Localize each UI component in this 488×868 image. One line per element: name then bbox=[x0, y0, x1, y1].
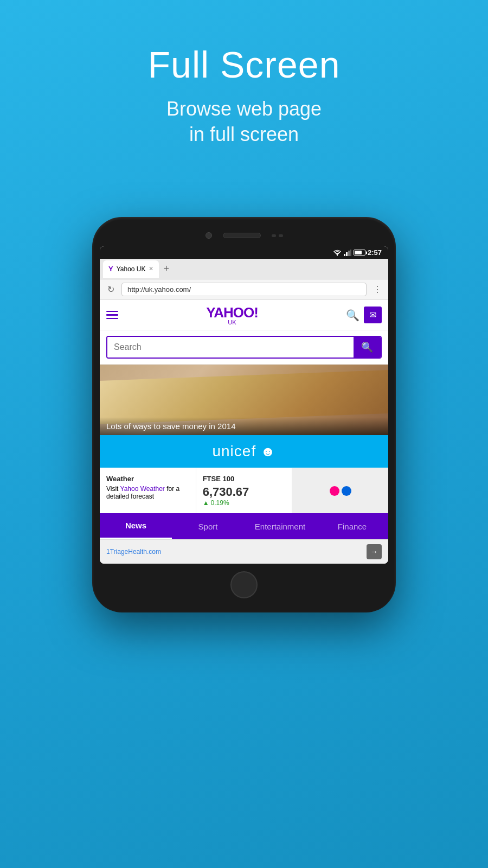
status-bar: 2:57 bbox=[100, 246, 388, 259]
widgets-row: Weather Visit Yahoo Weather for a detail… bbox=[100, 468, 388, 513]
yahoo-header: YAHOO! UK 🔍 ✉ bbox=[100, 300, 388, 330]
tab-entertainment[interactable]: Entertainment bbox=[244, 514, 316, 539]
tab-finance[interactable]: Finance bbox=[316, 514, 388, 539]
tab-close-button[interactable]: ✕ bbox=[149, 265, 153, 272]
menu-dots-button[interactable]: ⋮ bbox=[371, 284, 384, 295]
search-bar: 🔍 bbox=[100, 330, 388, 365]
tab-title: Yahoo UK bbox=[117, 265, 146, 273]
svg-point-0 bbox=[337, 255, 338, 256]
weather-widget-body: Visit Yahoo Weather for a detailed forec… bbox=[106, 485, 189, 500]
phone-top-bar bbox=[100, 227, 388, 246]
yahoo-logo-uk: UK bbox=[118, 319, 346, 326]
search-input-wrapper: 🔍 bbox=[106, 336, 382, 359]
header-search-icon[interactable]: 🔍 bbox=[346, 309, 359, 322]
hero-title: Full Screen bbox=[0, 43, 488, 86]
bottom-url-bar: 1TriageHealth.com → bbox=[100, 539, 388, 564]
ftse-value: 6,730.67 bbox=[203, 485, 286, 499]
forward-button[interactable]: → bbox=[367, 544, 382, 559]
yahoo-favicon: Y bbox=[108, 265, 113, 273]
flickr-pink-dot bbox=[330, 486, 339, 496]
svg-rect-3 bbox=[348, 251, 350, 256]
search-input[interactable] bbox=[107, 337, 354, 358]
phone-body: 2:57 Y Yahoo UK ✕ + ↻ http://uk.yahoo.co… bbox=[92, 217, 396, 612]
yahoo-logo: YAHOO! UK bbox=[118, 304, 346, 326]
url-input[interactable]: http://uk.yahoo.com/ bbox=[121, 283, 367, 296]
ftse-widget-title: FTSE 100 bbox=[203, 475, 286, 483]
ftse-arrow: ▲ bbox=[203, 499, 209, 507]
weather-widget-title: Weather bbox=[106, 475, 189, 483]
phone-screen: 2:57 Y Yahoo UK ✕ + ↻ http://uk.yahoo.co… bbox=[100, 246, 388, 564]
money-visual bbox=[100, 370, 388, 424]
new-tab-button[interactable]: + bbox=[163, 263, 169, 275]
ftse-widget: FTSE 100 6,730.67 ▲ 0.19% bbox=[196, 468, 293, 513]
svg-rect-4 bbox=[350, 250, 351, 256]
nav-tabs: News Sport Entertainment Finance bbox=[100, 513, 388, 539]
unicef-text: unicef bbox=[212, 443, 256, 460]
weather-yahoo-link[interactable]: Yahoo Weather bbox=[120, 485, 165, 493]
header-mail-icon[interactable]: ✉ bbox=[364, 307, 382, 323]
hero-image: Lots of ways to save money in 2014 bbox=[100, 365, 388, 435]
phone-camera bbox=[206, 232, 212, 239]
phone-device: 2:57 Y Yahoo UK ✕ + ↻ http://uk.yahoo.co… bbox=[92, 217, 396, 612]
status-icons: 2:57 bbox=[333, 248, 382, 257]
hero-subtitle: Browse web page in full screen bbox=[0, 97, 488, 148]
unicef-logo: unicef ☻ bbox=[107, 443, 381, 460]
weather-widget: Weather Visit Yahoo Weather for a detail… bbox=[100, 468, 196, 513]
weather-before-text: Visit bbox=[106, 485, 118, 493]
search-button[interactable]: 🔍 bbox=[354, 337, 381, 358]
svg-rect-2 bbox=[346, 252, 348, 256]
phone-home-button[interactable] bbox=[230, 571, 258, 598]
ftse-change: ▲ 0.19% bbox=[203, 499, 286, 507]
phone-sensor bbox=[272, 234, 283, 237]
unicef-symbol: ☻ bbox=[260, 443, 275, 460]
browser-tab-bar: Y Yahoo UK ✕ + bbox=[100, 259, 388, 279]
url-bar: ↻ http://uk.yahoo.com/ ⋮ bbox=[100, 279, 388, 300]
phone-bottom-bar bbox=[100, 564, 388, 603]
unicef-banner[interactable]: unicef ☻ bbox=[100, 435, 388, 468]
signal-icon bbox=[344, 250, 351, 256]
tab-sport[interactable]: Sport bbox=[172, 514, 244, 539]
flickr-blue-dot bbox=[342, 486, 351, 496]
flickr-widget[interactable] bbox=[292, 468, 388, 513]
hamburger-menu-button[interactable] bbox=[106, 311, 118, 320]
battery-icon bbox=[354, 250, 365, 256]
hero-image-overlay: Lots of ways to save money in 2014 bbox=[100, 417, 388, 435]
hero-section: Full Screen Browse web page in full scre… bbox=[0, 0, 488, 148]
flickr-logo bbox=[330, 486, 351, 496]
tab-news[interactable]: News bbox=[100, 513, 172, 539]
hero-image-caption: Lots of ways to save money in 2014 bbox=[106, 422, 382, 431]
phone-speaker bbox=[223, 233, 261, 238]
bottom-url-text: 1TriageHealth.com bbox=[106, 548, 161, 556]
browser-tab[interactable]: Y Yahoo UK ✕ bbox=[103, 260, 159, 278]
ftse-change-value: 0.19% bbox=[211, 499, 229, 507]
refresh-icon[interactable]: ↻ bbox=[104, 284, 117, 295]
status-time: 2:57 bbox=[368, 248, 382, 257]
wifi-icon bbox=[333, 250, 342, 256]
svg-rect-1 bbox=[344, 254, 345, 256]
